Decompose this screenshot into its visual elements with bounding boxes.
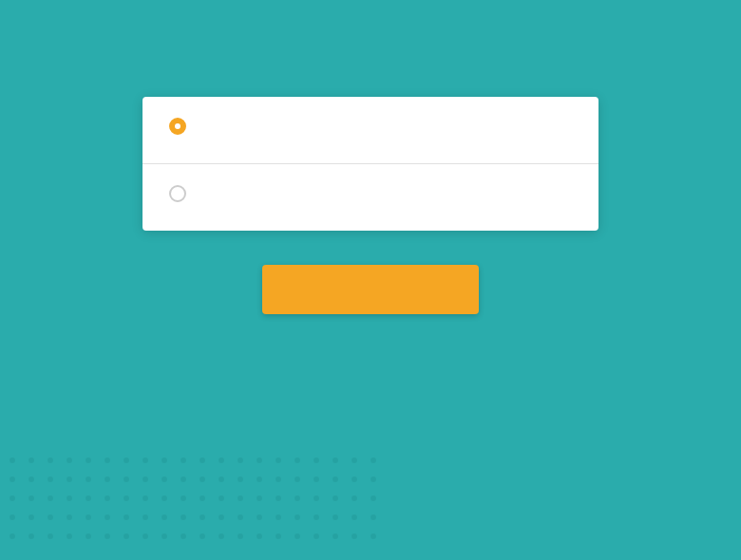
option-free[interactable] — [142, 97, 598, 164]
next-button[interactable] — [262, 265, 479, 314]
radio-free — [169, 118, 186, 135]
option-pro-header — [169, 185, 572, 202]
main-content — [0, 30, 741, 560]
close-button[interactable] — [707, 4, 730, 27]
option-free-header — [169, 118, 572, 135]
options-container — [142, 97, 598, 231]
radio-pro — [169, 185, 186, 202]
title-bar — [0, 0, 741, 30]
option-pro[interactable] — [142, 164, 598, 231]
